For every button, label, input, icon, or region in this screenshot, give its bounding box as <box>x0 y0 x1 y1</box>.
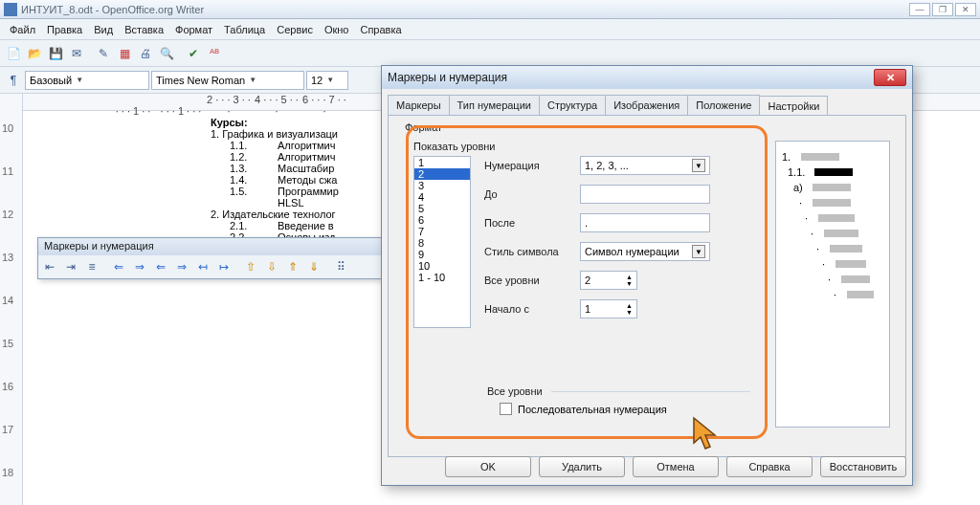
font-size-select[interactable]: 12▼ <box>306 71 348 90</box>
vertical-ruler: 10 11 12 13 14 15 16 17 18 <box>0 94 23 505</box>
standard-toolbar: 📄 📂 💾 ✉ ✎ ▦ 🖨 🔍 ✔ ᴬᴮ <box>0 40 980 67</box>
doc-icon <box>4 3 17 16</box>
tab-options[interactable]: Настройки <box>759 96 828 116</box>
after-field: После . <box>484 213 710 232</box>
bullets-toolbar-title: Маркеры и нумерация <box>38 238 381 255</box>
bullets-numbering-toolbar[interactable]: Маркеры и нумерация ⇤ ⇥ ≡ ⇐ ⇒ ⇐ ⇒ ↤ ↦ ⇧ … <box>37 237 382 279</box>
chevron-down-icon: ▼ <box>692 245 705 258</box>
after-input[interactable]: . <box>580 213 710 232</box>
menu-tools[interactable]: Сервис <box>271 22 319 37</box>
font-name-value: Times New Roman <box>156 75 245 86</box>
move-up-icon[interactable]: ⇑ <box>283 257 302 276</box>
mail-icon[interactable]: ✉ <box>67 44 86 63</box>
dialog-tabs: Маркеры Тип нумерации Структура Изображе… <box>388 95 906 115</box>
startat-field: Начало с 1▲▼ <box>484 299 637 318</box>
arrow-right-icon[interactable]: ↦ <box>214 257 234 276</box>
autospell-icon[interactable]: ᴬᴮ <box>205 44 224 63</box>
close-window-button[interactable]: ✕ <box>955 3 976 16</box>
numbering-field: Нумерация 1, 2, 3, ...▼ <box>484 156 710 175</box>
chevron-down-icon: ▼ <box>326 76 334 84</box>
tab-outline[interactable]: Структура <box>539 95 606 115</box>
alllevels-field: Все уровни 2▲▼ <box>484 271 637 290</box>
arrow-right-icon[interactable]: ⇒ <box>172 257 191 276</box>
save-icon[interactable]: 💾 <box>46 44 65 63</box>
help-button[interactable]: Справка <box>726 456 813 477</box>
styles-icon[interactable]: ¶ <box>4 71 23 90</box>
edit-icon[interactable]: ✎ <box>94 44 113 63</box>
before-field: До <box>484 185 710 204</box>
alllevels-spinner[interactable]: 2▲▼ <box>580 271 637 290</box>
chevron-down-icon: ▼ <box>692 159 705 172</box>
promote-icon[interactable]: ⇥ <box>61 257 80 276</box>
close-icon[interactable]: ✕ <box>874 69 906 86</box>
charstyle-field: Стиль символа Символ нумерации▼ <box>484 242 710 261</box>
preview-icon[interactable]: 🔍 <box>157 44 176 63</box>
cancel-button[interactable]: Отмена <box>633 456 719 477</box>
show-levels-label: Показать уровни <box>413 141 496 152</box>
all-levels-group-label: Все уровни <box>484 385 546 397</box>
demote-icon[interactable]: ⇤ <box>40 257 59 276</box>
list-icon[interactable]: ≡ <box>82 257 101 276</box>
menu-window[interactable]: Окно <box>319 22 355 37</box>
maximize-button[interactable]: ❐ <box>932 3 953 16</box>
font-size-value: 12 <box>311 75 323 86</box>
before-input[interactable] <box>580 185 710 204</box>
window-title: ИНТУИТ_8.odt - OpenOffice.org Writer <box>21 4 907 15</box>
menu-view[interactable]: Вид <box>88 22 119 37</box>
pdf-icon[interactable]: ▦ <box>115 44 134 63</box>
ok-button[interactable]: OK <box>445 456 531 477</box>
menu-bar: Файл Правка Вид Вставка Формат Таблица С… <box>0 19 980 40</box>
new-icon[interactable]: 📄 <box>4 44 23 63</box>
menu-insert[interactable]: Вставка <box>119 22 169 37</box>
arrow-left-icon[interactable]: ↤ <box>193 257 212 276</box>
delete-button[interactable]: Удалить <box>539 456 625 477</box>
move-up-icon[interactable]: ⇧ <box>241 257 260 276</box>
reset-button[interactable]: Восстановить <box>820 456 906 477</box>
menu-format[interactable]: Формат <box>169 22 218 37</box>
bullets-dialog-icon[interactable]: ⠿ <box>331 257 350 276</box>
menu-help[interactable]: Справка <box>354 22 407 37</box>
title-bar: ИНТУИТ_8.odt - OpenOffice.org Writer — ❐… <box>0 0 980 19</box>
chevron-down-icon: ▼ <box>249 76 256 84</box>
open-icon[interactable]: 📂 <box>25 44 44 63</box>
print-icon[interactable]: 🖨 <box>136 44 155 63</box>
dialog-title: Маркеры и нумерация <box>388 71 874 84</box>
tab-graphics[interactable]: Изображения <box>605 95 688 115</box>
dialog-body: Формат Показать уровни 1 2 3 4 5 6 7 8 9… <box>388 115 906 457</box>
consecutive-checkbox[interactable]: Последовательная нумерация <box>500 403 667 415</box>
dialog-buttons: OK Удалить Отмена Справка Восстановить <box>388 456 906 477</box>
tab-numbering-type[interactable]: Тип нумерации <box>449 95 540 115</box>
startat-spinner[interactable]: 1▲▼ <box>580 299 637 318</box>
tab-position[interactable]: Положение <box>687 95 760 115</box>
numbering-select[interactable]: 1, 2, 3, ...▼ <box>580 156 710 175</box>
bullets-numbering-dialog: Маркеры и нумерация ✕ Маркеры Тип нумера… <box>381 65 913 486</box>
dialog-titlebar[interactable]: Маркеры и нумерация ✕ <box>382 66 912 89</box>
arrow-left-icon[interactable]: ⇐ <box>109 257 128 276</box>
paragraph-style-select[interactable]: Базовый▼ <box>25 71 149 90</box>
chevron-down-icon: ▼ <box>76 76 83 84</box>
paragraph-style-value: Базовый <box>30 75 72 86</box>
move-down-icon[interactable]: ⇓ <box>304 257 323 276</box>
font-name-select[interactable]: Times New Roman▼ <box>151 71 304 90</box>
minimize-button[interactable]: — <box>909 3 930 16</box>
menu-file[interactable]: Файл <box>4 22 41 37</box>
spellcheck-icon[interactable]: ✔ <box>184 44 203 63</box>
menu-edit[interactable]: Правка <box>41 22 88 37</box>
menu-table[interactable]: Таблица <box>218 22 271 37</box>
move-down-icon[interactable]: ⇩ <box>262 257 281 276</box>
format-group-label: Формат <box>402 121 445 133</box>
arrow-left-icon[interactable]: ⇐ <box>151 257 170 276</box>
checkbox-icon <box>500 403 512 415</box>
tab-bullets[interactable]: Маркеры <box>388 95 450 115</box>
levels-listbox[interactable]: 1 2 3 4 5 6 7 8 9 10 1 - 10 <box>413 156 471 328</box>
numbering-preview: 1. 1.1. a) · · · · · · · <box>775 141 890 428</box>
charstyle-select[interactable]: Символ нумерации▼ <box>580 242 710 261</box>
arrow-right-icon[interactable]: ⇒ <box>130 257 149 276</box>
